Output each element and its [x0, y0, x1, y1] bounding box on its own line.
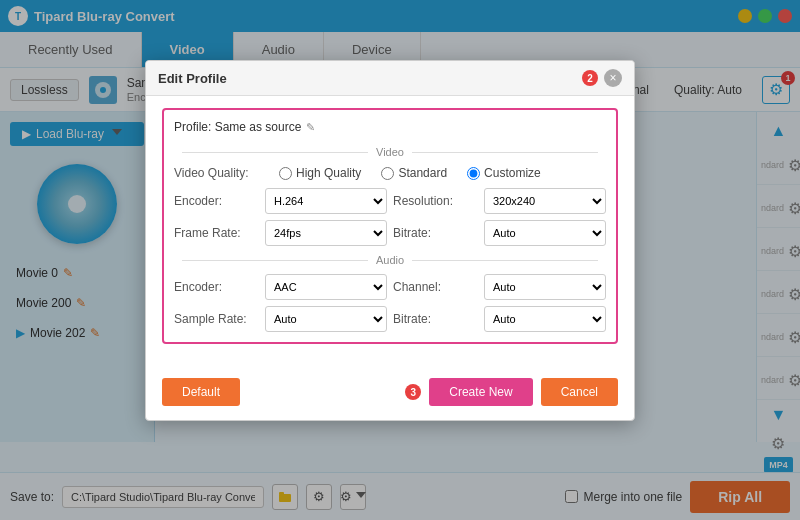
profile-label: Profile: Same as source: [174, 120, 301, 134]
dialog-header-right: 2 ×: [582, 69, 622, 87]
video-section-label: Video: [376, 146, 404, 158]
radio-standard-input[interactable]: [381, 167, 394, 180]
dialog-close-button[interactable]: ×: [604, 69, 622, 87]
framerate-bitrate-row: Frame Rate: 24fps Bitrate: Auto: [174, 220, 606, 246]
sample-rate-select[interactable]: Auto: [265, 306, 387, 332]
profile-name-row: Profile: Same as source ✎: [174, 120, 606, 134]
cancel-button[interactable]: Cancel: [541, 378, 618, 406]
footer-right-buttons: 3 Create New Cancel: [405, 378, 618, 406]
default-button[interactable]: Default: [162, 378, 240, 406]
audio-encoder-label: Encoder:: [174, 280, 259, 294]
channel-select[interactable]: Auto: [484, 274, 606, 300]
edit-profile-dialog: Edit Profile 2 × Profile: Same as source…: [145, 60, 635, 421]
dialog-body: Profile: Same as source ✎ Video Video Qu…: [146, 96, 634, 368]
encoder-resolution-row: Encoder: H.264 Resolution: 320x240: [174, 188, 606, 214]
dialog-title: Edit Profile: [158, 71, 227, 86]
audio-bitrate-select[interactable]: Auto: [484, 306, 606, 332]
framerate-select[interactable]: 24fps: [265, 220, 387, 246]
video-quality-label: Video Quality:: [174, 166, 259, 180]
samplerate-audiobitrate-row: Sample Rate: Auto Bitrate: Auto: [174, 306, 606, 332]
framerate-label: Frame Rate:: [174, 226, 259, 240]
audio-encoder-select[interactable]: AAC: [265, 274, 387, 300]
sample-rate-label: Sample Rate:: [174, 312, 259, 326]
audio-bitrate-label: Bitrate:: [393, 312, 478, 326]
dialog-footer: Default 3 Create New Cancel: [146, 368, 634, 420]
quality-radio-group: Video Quality: High Quality Standard Cus…: [174, 166, 606, 180]
video-section-divider: Video: [174, 146, 606, 158]
radio-standard[interactable]: Standard: [381, 166, 447, 180]
resolution-select[interactable]: 320x240: [484, 188, 606, 214]
radio-customize-input[interactable]: [467, 167, 480, 180]
radio-high-label: High Quality: [296, 166, 361, 180]
encoder-select[interactable]: H.264: [265, 188, 387, 214]
radio-customize[interactable]: Customize: [467, 166, 541, 180]
radio-customize-label: Customize: [484, 166, 541, 180]
encoder-label: Encoder:: [174, 194, 259, 208]
bitrate-label: Bitrate:: [393, 226, 478, 240]
audio-encoder-channel-row: Encoder: AAC Channel: Auto: [174, 274, 606, 300]
resolution-label: Resolution:: [393, 194, 478, 208]
channel-label: Channel:: [393, 280, 478, 294]
audio-section-divider: Audio: [174, 254, 606, 266]
pencil-icon[interactable]: ✎: [306, 121, 315, 134]
radio-high-quality[interactable]: High Quality: [279, 166, 361, 180]
dialog-badge-2: 2: [582, 70, 598, 86]
create-new-button[interactable]: Create New: [429, 378, 532, 406]
bitrate-select[interactable]: Auto: [484, 220, 606, 246]
audio-section-label: Audio: [376, 254, 404, 266]
radio-high-input[interactable]: [279, 167, 292, 180]
radio-standard-label: Standard: [398, 166, 447, 180]
dialog-header: Edit Profile 2 ×: [146, 61, 634, 96]
dialog-badge-3: 3: [405, 384, 421, 400]
profile-settings-box: Profile: Same as source ✎ Video Video Qu…: [162, 108, 618, 344]
